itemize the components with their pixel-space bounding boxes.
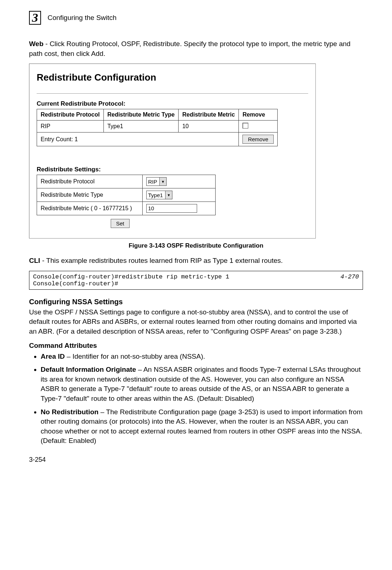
table-footer-row: Entry Count: 1 Remove [37,133,278,146]
attr-term: No Redistribution [41,408,98,416]
field-cell-metric: 10 [143,202,216,215]
entry-count: Entry Count: 1 [37,133,239,146]
protocol-select-value: RIP [147,178,159,186]
cli-box: Console(config-router)#redistribute rip … [29,271,363,290]
command-attributes-list: Area ID – Identifier for an not-so-stubb… [29,352,363,446]
cli-label: CLI [29,257,40,264]
metric-input[interactable]: 10 [146,204,197,213]
cli-instruction: CLI - This example redistributes routes … [29,256,363,266]
settings-heading: Redistribute Settings: [37,166,308,173]
label-metric-type: Redistribute Metric Type [37,188,143,202]
col-protocol: Redistribute Protocol [37,109,104,121]
nssa-body: Use the OSPF / NSSA Settings page to con… [29,308,363,337]
page-number: 3-254 [29,456,363,464]
settings-table: Redistribute Protocol RIP ▼ Redistribute… [37,175,216,215]
table-row: RIP Type1 10 [37,121,278,133]
label-metric: Redistribute Metric ( 0 - 16777215 ) [37,202,143,215]
remove-button[interactable]: Remove [242,135,274,144]
settings-row-metric-type: Redistribute Metric Type Type1 ▼ [37,188,216,202]
cli-ref: 4-270 [340,273,359,280]
chevron-down-icon: ▼ [165,191,172,199]
settings-row-metric: Redistribute Metric ( 0 - 16777215 ) 10 [37,202,216,215]
attr-term: Default Information Originate [41,366,136,373]
cli-text: - This example redistributes routes lear… [40,257,283,264]
cell-metric-type: Type1 [103,121,179,133]
current-protocol-table: Redistribute Protocol Redistribute Metri… [37,109,278,146]
cell-metric: 10 [179,121,239,133]
list-item: Default Information Originate – An NSSA … [41,365,363,403]
nssa-heading: Configuring NSSA Settings [29,298,363,306]
current-protocol-heading: Current Redistribute Protocol: [37,100,308,107]
cell-remove-checkbox [239,121,278,133]
chapter-number-badge: 3 [29,11,41,25]
cell-protocol: RIP [37,121,104,133]
col-metric-type: Redistribute Metric Type [103,109,179,121]
col-metric: Redistribute Metric [179,109,239,121]
set-button[interactable]: Set [111,219,130,228]
web-text: - Click Routing Protocol, OSPF, Redistri… [29,40,351,57]
cli-line-2: Console(config-router)# [33,280,359,287]
figure-caption: Figure 3-143 OSPF Redistribute Configura… [29,242,363,249]
field-cell-metric-type: Type1 ▼ [143,188,216,202]
cli-line-1: Console(config-router)#redistribute rip … [33,273,229,280]
divider [37,93,308,94]
attr-desc: – Identifier for an not-so-stubby area (… [65,353,205,360]
metric-type-select[interactable]: Type1 ▼ [146,191,172,199]
chevron-down-icon: ▼ [159,178,166,186]
remove-checkbox[interactable] [242,123,248,129]
redistribute-config-panel: Redistribute Configuration Current Redis… [29,64,316,239]
field-cell-protocol: RIP ▼ [143,175,216,188]
list-item: Area ID – Identifier for an not-so-stubb… [41,352,363,362]
chapter-number: 3 [32,11,38,24]
col-remove: Remove [239,109,278,121]
command-attributes-heading: Command Attributes [29,342,363,350]
settings-row-protocol: Redistribute Protocol RIP ▼ [37,175,216,188]
panel-title: Redistribute Configuration [37,72,308,83]
web-instruction: Web - Click Routing Protocol, OSPF, Redi… [29,39,363,58]
web-label: Web [29,40,44,48]
page-header: 3 Configuring the Switch [29,11,363,25]
remove-button-cell: Remove [239,133,278,146]
protocol-select[interactable]: RIP ▼ [146,177,167,186]
list-item: No Redistribution – The Redistribute Con… [41,407,363,446]
attr-term: Area ID [41,353,65,360]
label-protocol: Redistribute Protocol [37,175,143,188]
metric-type-select-value: Type1 [147,191,165,199]
table-header-row: Redistribute Protocol Redistribute Metri… [37,109,278,121]
chapter-title: Configuring the Switch [48,14,117,22]
